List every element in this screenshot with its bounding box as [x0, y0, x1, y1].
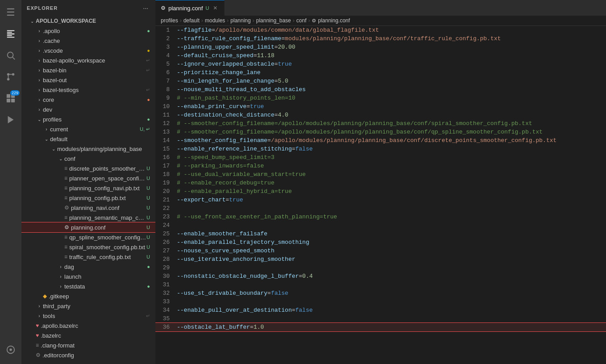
- tree-item-planning-navi-conf[interactable]: ⚙ planning_navi.conf U: [21, 203, 155, 213]
- planning-config-badge: U: [146, 195, 152, 201]
- gear-icon1: ⚙: [64, 205, 69, 211]
- planning-config-label: planning_config.pb.txt: [69, 195, 146, 201]
- line-content: # --smoother_config_filename=/apollo/mod…: [177, 128, 606, 136]
- file-icon2: ≡: [64, 175, 67, 181]
- file-icon4: ≡: [64, 195, 67, 201]
- breadcrumb-default[interactable]: default: [184, 17, 200, 24]
- line-number: 15: [155, 145, 177, 153]
- search-icon[interactable]: [0, 45, 21, 66]
- tree-item-default[interactable]: default: [21, 134, 155, 144]
- file-icon: ≡: [64, 165, 67, 172]
- tree-item-bazelrc[interactable]: ♥ .bazelrc: [21, 331, 155, 340]
- explorer-icon[interactable]: [0, 23, 21, 45]
- tree-item-testdata[interactable]: testdata ●: [21, 281, 155, 291]
- breadcrumb-planning[interactable]: planning: [230, 17, 251, 24]
- line-number: 27: [155, 247, 177, 255]
- conf-label: conf: [64, 155, 152, 162]
- cache-label: .cache: [43, 38, 152, 44]
- sep3: ›: [227, 17, 229, 24]
- tree-item-discrete-smoother[interactable]: ≡ discrete_points_smoother_config.... U: [21, 163, 155, 173]
- line-content: --use_st_drivable_boundary=false: [177, 289, 606, 297]
- tree-item-planner-open[interactable]: ≡ planner_open_space_config.pb.txt U: [21, 173, 155, 183]
- workspace-root[interactable]: APOLLO_WORKSPACE: [21, 16, 155, 26]
- code-line-36: 36--obstacle_lat_buffer=1.0: [155, 323, 606, 331]
- gear-icon3: ⚙: [36, 352, 41, 358]
- planning-semantic-label: planning_semantic_map_config.p...: [69, 214, 146, 221]
- dag-badge: ●: [147, 264, 152, 269]
- tab-close-button[interactable]: ✕: [212, 4, 219, 12]
- run-icon[interactable]: [0, 109, 21, 130]
- launch-label: launch: [64, 273, 152, 280]
- tree-item-planning-config-navi[interactable]: ≡ planning_config_navi.pb.txt U: [21, 183, 155, 193]
- tree-item-editorconfig[interactable]: ⚙ .editorconfig: [21, 350, 155, 360]
- code-line-12: 12# --smoother_config_filename=/apollo/m…: [155, 119, 606, 128]
- tree-item-tools[interactable]: tools ↵: [21, 311, 155, 321]
- tree-item-spiral-smoother[interactable]: ≡ spiral_smoother_config.pb.txt U: [21, 242, 155, 252]
- tree-item-gitkeep[interactable]: ◆ .gitkeep: [21, 291, 155, 301]
- tree-item-conf[interactable]: conf: [21, 154, 155, 163]
- line-number: 34: [155, 306, 177, 314]
- file-icon7: ≡: [64, 244, 67, 250]
- more-actions-button[interactable]: ···: [141, 4, 150, 13]
- planning-navi-conf-label: planning_navi.conf: [71, 205, 146, 211]
- tree-item-modules[interactable]: modules/planning/planning_base: [21, 144, 155, 154]
- tree-item-third-party[interactable]: third_party: [21, 301, 155, 311]
- line-content: --ignore_overlapped_obstacle=true: [177, 60, 606, 68]
- tree-item-current[interactable]: current U, ↵: [21, 124, 155, 134]
- code-line-32: 32--use_st_drivable_boundary=false: [155, 289, 606, 297]
- planning-conf-tab[interactable]: ⚙ planning.conf U ✕: [155, 0, 225, 16]
- tree-item-bazel-testlogs[interactable]: bazel-testlogs ↵: [21, 85, 155, 95]
- tree-item-planning-conf[interactable]: ⚙ planning.conf U: [21, 222, 155, 232]
- tree-item-traffic-rule[interactable]: ≡ traffic_rule_config.pb.txt U: [21, 252, 155, 262]
- line-content: # --min_past_history_points_len=10: [177, 94, 606, 102]
- code-line-34: 34--enable_pull_over_at_destination=fals…: [155, 306, 606, 314]
- line-content: --enable_parallel_trajectory_smoothing: [177, 238, 606, 247]
- tree-item-bazel-apollo[interactable]: bazel-apollo_workspace ↵: [21, 55, 155, 65]
- tab-modified-badge: U: [205, 5, 209, 11]
- testdata-label: testdata: [64, 283, 147, 290]
- tree-item-clang-format[interactable]: ≡ .clang-format: [21, 340, 155, 350]
- line-number: 30: [155, 272, 177, 280]
- editor-content[interactable]: 1--flagfile=/apollo/modules/common/data/…: [155, 26, 606, 364]
- line-number: 31: [155, 280, 177, 289]
- code-line-1: 1--flagfile=/apollo/modules/common/data/…: [155, 26, 606, 34]
- apollo-bazelrc-label: .apollo.bazelrc: [41, 322, 152, 329]
- tab-label: planning.conf: [168, 5, 203, 12]
- tree-item-apollo-bazelrc[interactable]: ♥ .apollo.bazelrc: [21, 321, 155, 331]
- sep2: ›: [201, 17, 203, 24]
- remote-icon[interactable]: [0, 339, 21, 360]
- sep5: ›: [293, 17, 295, 24]
- code-line-7: 7--min_length_for_lane_change=5.0: [155, 77, 606, 85]
- tree-item-profiles[interactable]: profiles ●: [21, 114, 155, 124]
- tree-item-launch[interactable]: launch: [21, 272, 155, 281]
- tree-item-bazel-out[interactable]: bazel-out: [21, 75, 155, 85]
- line-content: --nouse_s_curve_speed_smooth: [177, 247, 606, 255]
- breadcrumb-planning-base[interactable]: planning_base: [256, 17, 291, 24]
- breadcrumb-modules[interactable]: modules: [205, 17, 225, 24]
- tree-item-planning-config[interactable]: ≡ planning_config.pb.txt U: [21, 193, 155, 203]
- breadcrumb-conf[interactable]: conf: [297, 17, 307, 24]
- line-number: 29: [155, 264, 177, 272]
- source-control-icon[interactable]: [0, 66, 21, 88]
- tree-item-planning-semantic[interactable]: ≡ planning_semantic_map_config.p... U: [21, 213, 155, 222]
- tree-item-cache[interactable]: .cache: [21, 36, 155, 46]
- discrete-smoother-label: discrete_points_smoother_config....: [69, 165, 146, 172]
- tree-item-bazel-bin[interactable]: bazel-bin ↵: [21, 65, 155, 75]
- tree-item-qp-spline[interactable]: ≡ qp_spline_smoother_config.pb.txt U: [21, 232, 155, 242]
- breadcrumb-gear-icon: ⚙: [312, 18, 316, 24]
- modules-arrow: [50, 146, 57, 151]
- svg-rect-10: [11, 99, 15, 102]
- line-content: # --parking_inwards=false: [177, 162, 606, 170]
- tree-item-vscode[interactable]: .vscode ●: [21, 46, 155, 55]
- tree-item-core[interactable]: core ●: [21, 95, 155, 105]
- extensions-icon[interactable]: 229: [0, 88, 21, 109]
- apollo-badge: ●: [147, 28, 152, 33]
- breadcrumb-profiles[interactable]: profiles: [161, 17, 178, 24]
- tree-item-dev[interactable]: dev: [21, 105, 155, 114]
- line-content: --enable_smoother_failsafe: [177, 230, 606, 238]
- core-badge: ●: [147, 97, 152, 102]
- tree-item-apollo[interactable]: .apollo ●: [21, 26, 155, 36]
- menu-icon[interactable]: ☰: [0, 2, 21, 23]
- line-number: 32: [155, 289, 177, 297]
- tree-item-dag[interactable]: dag ●: [21, 262, 155, 272]
